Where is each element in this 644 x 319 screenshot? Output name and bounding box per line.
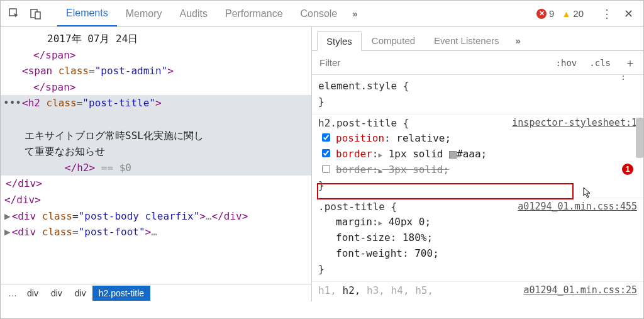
- tabs-overflow-icon[interactable]: »: [346, 8, 364, 19]
- selected-dom-node[interactable]: ••• <h2 class="post-title"> エキサイトブログ常時SS…: [1, 95, 311, 176]
- error-warning-counts[interactable]: ✕ 9 ▲ 20: [536, 8, 589, 19]
- source-link[interactable]: a01294_01.min.css:25: [523, 283, 637, 299]
- breadcrumb: … div div div h2.post-title: [1, 284, 311, 301]
- color-swatch[interactable]: [449, 151, 457, 159]
- style-rules: element.style { } h2.post-title { inspec…: [312, 75, 643, 301]
- subtab-event-listeners[interactable]: Event Listeners: [425, 31, 508, 50]
- hov-toggle[interactable]: :hov: [550, 58, 584, 68]
- breadcrumb-item[interactable]: div: [69, 286, 92, 301]
- source-link[interactable]: inspector-stylesheet:1: [512, 116, 637, 132]
- warning-count: 20: [573, 8, 584, 19]
- cursor-pointer-icon: [583, 187, 592, 201]
- css-property[interactable]: font-size: 180%;: [318, 230, 637, 246]
- styles-filter-row: :hov .cls ＋: [312, 51, 643, 75]
- breadcrumb-item-selected[interactable]: h2.post-title: [92, 286, 150, 301]
- rule-kebab-icon[interactable]: ⋮: [618, 75, 628, 84]
- tab-performance[interactable]: Performance: [216, 2, 292, 26]
- styles-panel: Styles Computed Event Listeners » :hov .…: [312, 27, 643, 301]
- css-property[interactable]: font-weight: 700;: [318, 246, 637, 262]
- devtools-topbar: Elements Memory Audits Performance Conso…: [1, 1, 643, 27]
- breadcrumb-overflow[interactable]: …: [4, 288, 21, 298]
- error-icon: ✕: [536, 9, 547, 19]
- property-toggle-checkbox[interactable]: [322, 165, 330, 173]
- rule-post-title[interactable]: .post-title { a01294_01.min.css:455 marg…: [312, 198, 643, 282]
- css-property[interactable]: border:▶ 1px solid #aaa;: [318, 147, 637, 162]
- css-property[interactable]: margin:▶ 40px 0;: [318, 215, 637, 230]
- breadcrumb-item[interactable]: div: [21, 286, 45, 301]
- close-devtools-icon[interactable]: ✕: [619, 7, 638, 21]
- cls-toggle[interactable]: .cls: [583, 58, 617, 68]
- warning-icon: ▲: [562, 9, 570, 19]
- property-toggle-checkbox[interactable]: [322, 133, 330, 142]
- subtabs-overflow-icon[interactable]: »: [509, 35, 526, 46]
- rule-headings[interactable]: h1, h2, h3, h4, h5, a01294_01.min.css:25: [312, 282, 643, 301]
- tab-console[interactable]: Console: [292, 2, 347, 26]
- tab-elements[interactable]: Elements: [57, 1, 117, 26]
- settings-kebab-icon[interactable]: ⋮: [595, 7, 619, 21]
- tab-audits[interactable]: Audits: [170, 2, 216, 26]
- device-toolbar-icon[interactable]: [27, 5, 45, 23]
- inspect-element-icon[interactable]: [6, 5, 23, 23]
- new-style-rule-icon[interactable]: ＋: [617, 55, 643, 70]
- breadcrumb-item[interactable]: div: [45, 286, 69, 301]
- subtab-computed[interactable]: Computed: [363, 31, 424, 50]
- dom-tree[interactable]: 2017年 07月 24日 </span> <span class="post-…: [1, 27, 311, 284]
- tab-memory[interactable]: Memory: [117, 2, 171, 26]
- expand-twisty-icon[interactable]: ▶: [4, 208, 11, 225]
- expand-twisty-icon[interactable]: ▶: [4, 224, 11, 240]
- row-actions-icon[interactable]: •••: [3, 95, 21, 111]
- css-property-overridden[interactable]: border:▶ 3px solid; 1: [318, 162, 637, 178]
- elements-panel: 2017年 07月 24日 </span> <span class="post-…: [1, 27, 312, 301]
- annotation-badge-1: 1: [622, 164, 633, 175]
- main-tabs: Elements Memory Audits Performance Conso…: [57, 1, 536, 26]
- source-link[interactable]: a01294_01.min.css:455: [518, 199, 637, 215]
- svg-rect-2: [35, 12, 40, 19]
- css-property[interactable]: position: relative;: [318, 131, 637, 147]
- styles-subtabs: Styles Computed Event Listeners »: [312, 27, 643, 51]
- rule-h2-post-title[interactable]: h2.post-title { inspector-stylesheet:1 p…: [312, 115, 643, 198]
- styles-filter-input[interactable]: [312, 57, 550, 68]
- subtab-styles[interactable]: Styles: [317, 31, 362, 51]
- rule-element-style[interactable]: element.style { }: [312, 77, 643, 115]
- scrollbar-thumb[interactable]: [636, 118, 643, 158]
- property-toggle-checkbox[interactable]: [322, 149, 330, 157]
- error-count: 9: [549, 8, 554, 19]
- text-node[interactable]: 2017年 07月 24日: [47, 33, 138, 45]
